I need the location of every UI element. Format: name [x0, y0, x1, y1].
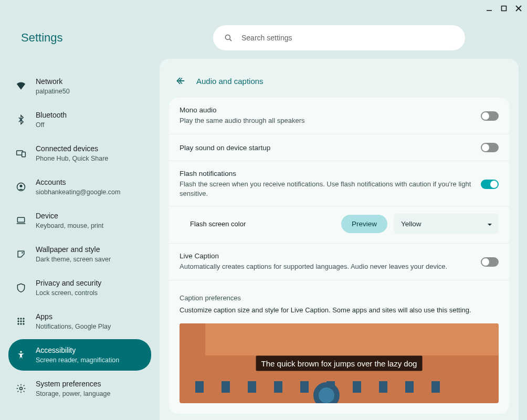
search-box[interactable] [213, 25, 465, 50]
svg-point-18 [23, 320, 24, 322]
sidebar-item-sub: Phone Hub, Quick Share [36, 154, 108, 163]
row-title: Flash notifications [180, 170, 472, 177]
row-flash-color: Flash screen color Preview Yellow [169, 206, 509, 243]
sidebar-item-label: Apps [36, 312, 111, 321]
shield-icon [16, 282, 26, 293]
row-title: Mono audio [180, 106, 472, 114]
sidebar-item-device[interactable]: DeviceKeyboard, mouse, print [8, 205, 151, 236]
row-desc: Automatically creates captions for suppo… [180, 262, 472, 271]
apps-icon [16, 316, 26, 327]
svg-point-14 [20, 318, 22, 319]
flash-color-select[interactable]: Yellow [394, 214, 499, 234]
account-icon [16, 182, 26, 192]
row-desc: Flash the screen when you receive notifi… [180, 180, 472, 198]
maximize-button[interactable] [500, 4, 508, 13]
sidebar-item-accounts[interactable]: Accountssiobhankeating@google.com [8, 171, 151, 203]
row-mono-audio: Mono audio Play the same audio through a… [169, 98, 509, 134]
sidebar-item-apps[interactable]: AppsNotifications, Google Play [8, 306, 151, 337]
accessibility-icon [16, 350, 26, 360]
minimize-button[interactable] [485, 4, 493, 13]
sidebar-item-label: Privacy and security [36, 278, 101, 288]
svg-point-17 [20, 320, 22, 322]
row-title: Live Caption [180, 252, 472, 260]
svg-point-20 [20, 323, 22, 324]
search-icon [224, 33, 233, 43]
row-title: Flash screen color [190, 220, 335, 228]
chevron-down-icon [487, 221, 492, 226]
sidebar-item-label: Device [36, 211, 103, 220]
caption-prefs-desc: Customize caption size and style for Liv… [169, 306, 509, 323]
svg-rect-7 [22, 152, 26, 157]
preview-button[interactable]: Preview [341, 215, 387, 233]
back-button[interactable] [172, 72, 189, 89]
sidebar-item-label: Bluetooth [36, 110, 67, 120]
sidebar-item-privacy[interactable]: Privacy and securityLock screen, control… [8, 272, 151, 303]
svg-rect-1 [502, 6, 507, 11]
close-button[interactable] [514, 4, 523, 13]
sidebar: Networkpalpatine50 BluetoothOff Connecte… [8, 59, 151, 420]
devices-icon [16, 148, 26, 159]
sidebar-item-sub: Screen reader, magnification [36, 356, 119, 364]
sidebar-item-sub: Lock screen, controls [36, 289, 101, 297]
laptop-icon [16, 215, 26, 226]
row-desc: Play the same audio through all speakers [180, 116, 472, 125]
svg-point-15 [23, 318, 24, 319]
svg-point-13 [17, 318, 19, 319]
svg-point-4 [225, 35, 230, 39]
startup-sound-toggle[interactable] [481, 143, 499, 152]
mono-audio-toggle[interactable] [481, 111, 499, 121]
sidebar-item-accessibility[interactable]: AccessibilityScreen reader, magnificatio… [8, 339, 151, 371]
sidebar-item-sub: palpatine50 [36, 87, 70, 96]
sidebar-item-wallpaper[interactable]: Wallpaper and styleDark theme, screen sa… [8, 238, 151, 270]
svg-point-21 [23, 323, 24, 324]
page-title: Audio and captions [196, 77, 264, 86]
svg-point-12 [22, 252, 23, 254]
row-title: Play sound on device startup [180, 144, 472, 152]
sidebar-item-label: Connected devices [36, 144, 108, 153]
row-live-caption: Live Caption Automatically creates capti… [169, 244, 509, 280]
sidebar-item-sub: siobhankeating@google.com [36, 188, 120, 196]
settings-card: Mono audio Play the same audio through a… [169, 98, 509, 414]
select-value: Yellow [401, 220, 421, 228]
svg-point-9 [20, 185, 23, 187]
sidebar-item-connected-devices[interactable]: Connected devicesPhone Hub, Quick Share [8, 138, 151, 169]
sidebar-item-bluetooth[interactable]: BluetoothOff [8, 104, 151, 135]
sidebar-item-sub: Storage, power, language [36, 390, 110, 398]
live-caption-toggle[interactable] [481, 257, 499, 267]
sidebar-item-sub: Dark theme, screen saver [36, 255, 111, 264]
sidebar-item-sub: Keyboard, mouse, print [36, 222, 103, 230]
sidebar-item-sub: Off [36, 121, 67, 129]
sidebar-item-system[interactable]: System preferencesStorage, power, langua… [8, 373, 151, 404]
row-flash-notifications: Flash notifications Flash the screen whe… [169, 161, 509, 198]
app-title: Settings [0, 31, 157, 45]
search-input[interactable] [241, 34, 455, 42]
sidebar-item-label: System preferences [36, 379, 110, 388]
sidebar-item-label: Accessibility [36, 345, 119, 355]
bluetooth-icon [16, 114, 26, 125]
sidebar-item-label: Wallpaper and style [36, 245, 111, 254]
row-startup-sound: Play sound on device startup [169, 134, 509, 161]
sidebar-item-network[interactable]: Networkpalpatine50 [8, 70, 151, 102]
svg-point-19 [17, 323, 19, 324]
content-pane: Audio and captions Mono audio Play the s… [160, 59, 519, 420]
caption-sample-text: The quick brown fox jumps over the lazy … [256, 356, 423, 371]
svg-point-22 [20, 351, 22, 353]
window-titlebar [0, 0, 527, 17]
sidebar-item-label: Network [36, 77, 70, 86]
svg-point-23 [20, 387, 23, 390]
caption-prefs-heading: Caption preferences [169, 280, 509, 306]
gear-icon [16, 383, 26, 394]
svg-line-5 [230, 39, 231, 41]
svg-point-16 [17, 320, 19, 322]
wifi-icon [16, 81, 26, 91]
flash-notifications-toggle[interactable] [481, 180, 499, 189]
sidebar-item-sub: Notifications, Google Play [36, 322, 111, 331]
palette-icon [16, 249, 26, 259]
sidebar-item-label: Accounts [36, 177, 120, 187]
svg-rect-10 [17, 217, 24, 222]
caption-preview-image: The quick brown fox jumps over the lazy … [180, 323, 499, 403]
